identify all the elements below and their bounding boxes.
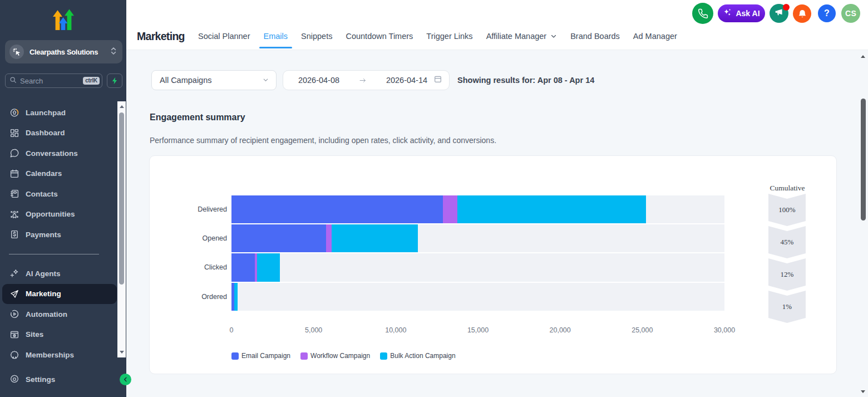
help-button[interactable]: ?: [818, 4, 836, 22]
x-axis-tick: 15,000: [453, 326, 503, 334]
notifications-button[interactable]: [793, 4, 811, 23]
sidebar-item-calendars[interactable]: Calendars: [0, 164, 117, 184]
cumulative-ribbon: 1%: [768, 291, 806, 323]
bar-segment[interactable]: [326, 224, 332, 252]
tab-snippets[interactable]: Snippets: [297, 22, 337, 50]
sidebar-item-marketing[interactable]: Marketing: [2, 284, 117, 305]
chevron-down-icon: [263, 75, 269, 85]
automation-icon: [9, 309, 19, 319]
tab-label: Social Planner: [198, 32, 250, 41]
dashboard-icon: [9, 128, 19, 138]
tab-trigger-links[interactable]: Trigger Links: [422, 22, 477, 50]
scroll-up-arrow-icon[interactable]: [861, 55, 865, 58]
bar-track-delivered: [231, 195, 724, 223]
bar-segment[interactable]: [443, 195, 457, 223]
bar-segment[interactable]: [231, 224, 326, 252]
cumulative-ribbon: 12%: [768, 258, 806, 291]
sidebar-item-automation[interactable]: Automation: [0, 304, 117, 325]
legend-label: Workflow Campaign: [310, 352, 370, 360]
legend-item[interactable]: Workflow Campaign: [300, 352, 370, 360]
sidebar-item-opportunities[interactable]: Opportunities: [0, 204, 117, 225]
engagement-chart-card: DeliveredOpenedClickedOrdered05,00010,00…: [149, 155, 837, 374]
campaign-select[interactable]: All Campaigns: [151, 70, 277, 90]
cumulative-ribbon: 45%: [768, 226, 806, 258]
search-placeholder: Search: [20, 77, 83, 85]
cumulative-value: 12%: [768, 270, 806, 279]
megaphone-icon: [774, 7, 784, 19]
legend-swatch: [380, 352, 387, 360]
sidebar-collapse-button[interactable]: [120, 374, 131, 385]
account-avatar: [9, 45, 24, 59]
sidebar-item-label: Launchpad: [26, 109, 66, 117]
chevron-down-icon: [550, 33, 557, 40]
sparkles-icon: [723, 8, 732, 19]
bar-track-clicked: [231, 253, 724, 281]
legend-item[interactable]: Bulk Action Campaign: [380, 352, 455, 360]
bar-segment[interactable]: [257, 253, 280, 281]
scroll-up-arrow-icon[interactable]: [120, 105, 124, 108]
sidebar-item-dashboard[interactable]: Dashboard: [0, 123, 117, 144]
sidebar: Clearpaths Solutions Search ctrlK Launch…: [0, 0, 126, 397]
x-axis-tick: 30,000: [699, 326, 749, 334]
sidebar-item-label: Calendars: [26, 169, 62, 178]
sidebar-scrollbar-thumb[interactable]: [119, 112, 124, 285]
sidebar-item-conversations[interactable]: Conversations: [0, 143, 117, 164]
sidebar-item-launchpad[interactable]: Launchpad: [0, 102, 117, 123]
chevron-up-down-icon: [110, 46, 117, 58]
legend-label: Email Campaign: [241, 352, 290, 360]
ask-ai-button[interactable]: Ask AI: [718, 4, 765, 22]
tab-affiliate-manager[interactable]: Affiliate Manager: [482, 22, 562, 50]
tab-label: Emails: [264, 32, 288, 41]
tab-countdown-timers[interactable]: Countdown Timers: [341, 22, 417, 50]
category-label: Opened: [166, 234, 227, 242]
sidebar-item-contacts[interactable]: Contacts: [0, 184, 117, 204]
tab-emails[interactable]: Emails: [259, 22, 293, 50]
bar-segment[interactable]: [234, 283, 237, 311]
cumulative-value: 100%: [768, 205, 806, 214]
sidebar-item-ai-agents[interactable]: AI Agents: [0, 263, 117, 284]
calendars-icon: [9, 169, 19, 179]
bar-segment[interactable]: [457, 195, 646, 223]
bar-segment[interactable]: [231, 253, 255, 281]
scroll-down-arrow-icon[interactable]: [120, 351, 124, 354]
settings-icon: [9, 374, 19, 384]
tab-brand-boards[interactable]: Brand Boards: [566, 22, 624, 50]
sidebar-item-settings[interactable]: Settings: [0, 369, 117, 390]
cumulative-value: 1%: [768, 302, 806, 311]
category-label: Clicked: [166, 263, 227, 271]
sites-icon: [9, 330, 19, 340]
sidebar-settings: Settings: [0, 369, 117, 390]
announcements-button[interactable]: [770, 4, 788, 23]
tab-ad-manager[interactable]: Ad Manager: [629, 22, 682, 50]
content-scrollbar[interactable]: [860, 50, 866, 397]
bar-track-opened: [231, 224, 724, 252]
tab-social-planner[interactable]: Social Planner: [194, 22, 255, 50]
legend-item[interactable]: Email Campaign: [231, 352, 290, 360]
x-axis-tick: 20,000: [535, 326, 585, 334]
date-range-picker[interactable]: 2026-04-08 2026-04-14: [283, 70, 450, 90]
sidebar-divider: [0, 245, 117, 264]
date-start-value: 2026-04-08: [292, 76, 346, 85]
sidebar-item-memberships[interactable]: Memberships: [0, 345, 117, 365]
chart-legend: Email CampaignWorkflow CampaignBulk Acti…: [231, 352, 466, 360]
sidebar-search-input[interactable]: Search ctrlK: [5, 73, 102, 88]
user-avatar[interactable]: CS: [841, 4, 860, 23]
scroll-down-arrow-icon[interactable]: [861, 390, 865, 393]
date-end-value: 2026-04-14: [380, 76, 433, 85]
account-switcher[interactable]: Clearpaths Solutions: [5, 40, 122, 63]
content-scrollbar-thumb[interactable]: [861, 99, 866, 220]
quick-actions-button[interactable]: [107, 73, 122, 88]
cumulative-value: 45%: [768, 238, 806, 247]
tab-label: Snippets: [301, 32, 332, 41]
sidebar-item-label: AI Agents: [26, 269, 61, 278]
sidebar-item-sites[interactable]: Sites: [0, 325, 117, 345]
ai-agents-icon: [9, 268, 19, 278]
bar-segment[interactable]: [332, 224, 418, 252]
sidebar-item-payments[interactable]: Payments: [0, 224, 117, 245]
sidebar-item-label: Automation: [26, 310, 67, 318]
bar-segment[interactable]: [231, 195, 443, 223]
sidebar-scrollbar[interactable]: [117, 101, 126, 357]
phone-button[interactable]: [692, 3, 713, 24]
top-header: Marketing Social PlannerEmailsSnippetsCo…: [126, 0, 868, 50]
sidebar-item-label: Sites: [26, 330, 43, 339]
